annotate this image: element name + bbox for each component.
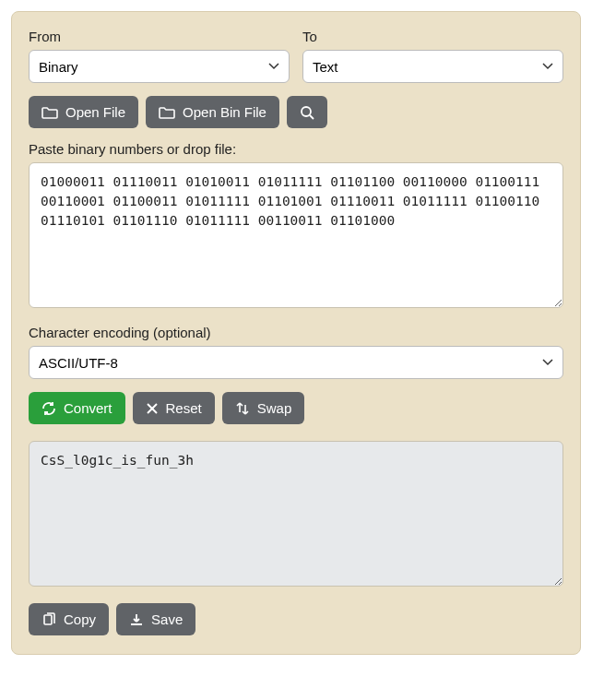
close-icon <box>146 402 159 415</box>
from-select[interactable]: Binary <box>29 50 290 83</box>
copy-icon <box>41 612 56 627</box>
open-bin-file-label: Open Bin File <box>183 104 266 120</box>
input-label: Paste binary numbers or drop file: <box>29 141 563 157</box>
reset-button[interactable]: Reset <box>133 392 215 424</box>
folder-icon <box>159 106 175 119</box>
encoding-select[interactable]: ASCII/UTF-8 <box>29 346 563 379</box>
open-bin-file-button[interactable]: Open Bin File <box>146 96 279 128</box>
refresh-icon <box>41 401 56 416</box>
download-icon <box>129 612 144 627</box>
svg-rect-4 <box>44 615 52 624</box>
output-textarea[interactable] <box>29 441 563 587</box>
save-button[interactable]: Save <box>116 603 195 635</box>
converter-panel: From Binary To Text Open File Open Bin F… <box>11 11 581 655</box>
input-textarea[interactable] <box>29 162 563 308</box>
convert-button[interactable]: Convert <box>29 392 125 424</box>
swap-icon <box>235 401 250 416</box>
svg-point-0 <box>302 107 311 116</box>
folder-icon <box>41 106 58 119</box>
search-icon <box>300 105 314 120</box>
copy-button[interactable]: Copy <box>29 603 109 635</box>
svg-line-1 <box>310 115 314 119</box>
search-button[interactable] <box>287 96 327 128</box>
to-select[interactable]: Text <box>302 50 563 83</box>
convert-label: Convert <box>64 400 112 416</box>
swap-button[interactable]: Swap <box>222 392 305 424</box>
to-label: To <box>302 29 563 44</box>
encoding-label: Character encoding (optional) <box>29 325 563 340</box>
save-label: Save <box>151 611 183 627</box>
open-file-button[interactable]: Open File <box>29 96 138 128</box>
swap-label: Swap <box>257 400 292 416</box>
reset-label: Reset <box>166 400 202 416</box>
open-file-label: Open File <box>65 104 125 120</box>
copy-label: Copy <box>64 611 96 627</box>
from-label: From <box>29 29 290 44</box>
